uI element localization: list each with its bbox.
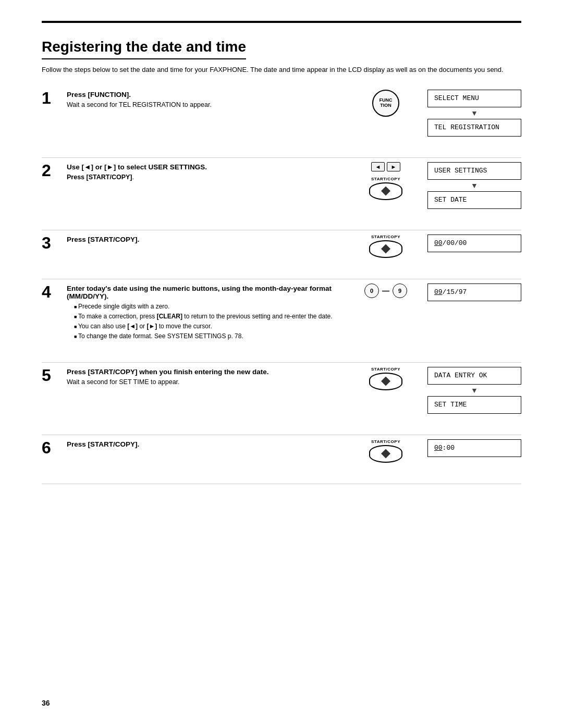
top-rule: [42, 21, 521, 23]
lcd-display: SET DATE: [427, 191, 521, 209]
step-sub: Wait a second for SET TIME to appear.: [67, 377, 344, 387]
step-content: Press [START/COPY] when you finish enter…: [67, 367, 344, 388]
step-number: 4: [42, 283, 62, 300]
step-bullet: To change the date format. See SYSTEM SE…: [74, 331, 344, 341]
step-sub: Press [START/COPY].: [67, 172, 344, 182]
lcd-display: SELECT MENU: [427, 90, 521, 107]
lcd-display: 00/00/00: [427, 235, 521, 252]
step-content: Press [FUNCTION].Wait a second for TEL R…: [67, 90, 344, 111]
step-number: 3: [42, 235, 62, 251]
step-bullet: To make a correction, press [CLEAR] to r…: [74, 312, 344, 321]
step-title: Press [START/COPY].: [67, 236, 344, 243]
step-content: Press [START/COPY].: [67, 439, 344, 450]
page-number: 36: [42, 699, 50, 707]
lcd-arrow: ▼: [427, 385, 521, 396]
step-bullet: Precede single digits with a zero.: [74, 302, 344, 311]
lcd-display: TEL REGISTRATION: [427, 119, 521, 137]
step-number: 1: [42, 90, 62, 106]
step-icon: START/COPY: [354, 439, 417, 463]
step-title: Enter today's date using the numeric but…: [67, 285, 344, 300]
step-title: Press [START/COPY].: [67, 440, 344, 448]
lcd-display: 09/15/97: [427, 283, 521, 301]
step-6: 6Press [START/COPY]. START/COPY 00:00: [42, 439, 521, 484]
lcd-display: SET TIME: [427, 396, 521, 414]
step-5: 5Press [START/COPY] when you finish ente…: [42, 367, 521, 435]
page-title: Registering the date and time: [42, 39, 246, 59]
step-title: Use [◄] or [►] to select USER SETTINGS.: [67, 163, 344, 171]
step-number: 2: [42, 162, 62, 179]
step-content: Enter today's date using the numeric but…: [67, 283, 344, 341]
intro-text: Follow the steps below to set the date a…: [42, 65, 521, 75]
step-icon: START/COPY: [354, 235, 417, 258]
step-icon: 0 — 9: [354, 283, 417, 298]
step-icon: ◄ ► START/COPY: [354, 162, 417, 200]
step-sub: Wait a second for TEL REGISTRATION to ap…: [67, 100, 344, 110]
step-number: 5: [42, 367, 62, 384]
step-content: Use [◄] or [►] to select USER SETTINGS.P…: [67, 162, 344, 183]
lcd-arrow: ▼: [427, 180, 521, 191]
step-2: 2Use [◄] or [►] to select USER SETTINGS.…: [42, 162, 521, 230]
step-content: Press [START/COPY].: [67, 235, 344, 245]
lcd-display: 00:00: [427, 439, 521, 457]
lcd-display: USER SETTINGS: [427, 162, 521, 180]
step-icon: START/COPY: [354, 367, 417, 390]
step-4: 4Enter today's date using the numeric bu…: [42, 283, 521, 363]
step-1: 1Press [FUNCTION].Wait a second for TEL …: [42, 90, 521, 158]
lcd-display: DATA ENTRY OK: [427, 367, 521, 385]
lcd-arrow: ▼: [427, 108, 521, 118]
step-number: 6: [42, 439, 62, 456]
step-icon: FUNCTION: [354, 90, 417, 117]
step-title: Press [START/COPY] when you finish enter…: [67, 368, 344, 376]
step-bullet: You can also use [◄] or [►] to move the …: [74, 322, 344, 331]
step-3: 3Press [START/COPY]. START/COPY 00/00/00: [42, 235, 521, 279]
step-title: Press [FUNCTION].: [67, 91, 344, 98]
